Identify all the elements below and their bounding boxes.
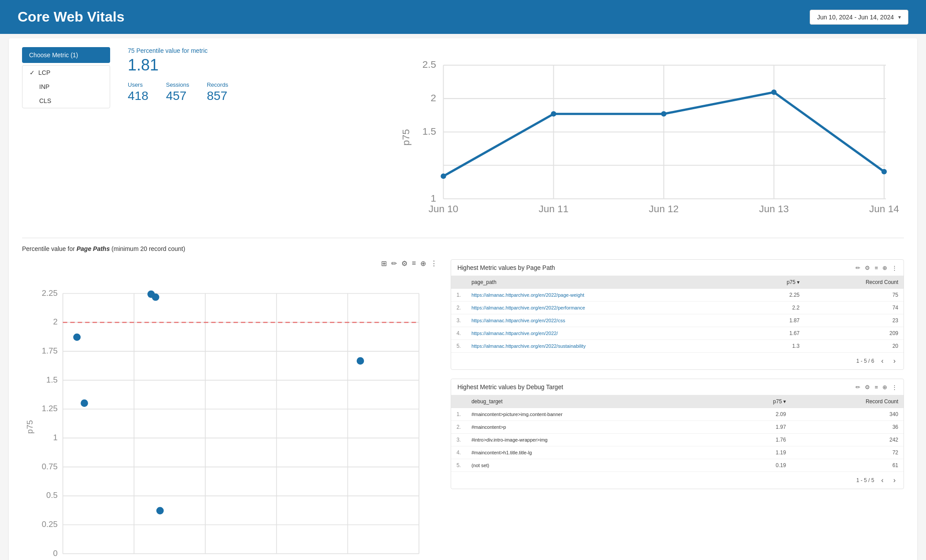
pagination-prev[interactable]: ‹	[878, 356, 886, 366]
row-num: 3.	[451, 434, 466, 446]
section-title-pre: Percentile value for	[22, 245, 77, 252]
svg-text:1.5: 1.5	[46, 375, 58, 384]
svg-text:2: 2	[53, 317, 58, 326]
pagination-prev[interactable]: ‹	[878, 475, 886, 485]
search-icon[interactable]: ⊕	[882, 265, 887, 271]
table-row: 1. https://almanac.httparchive.org/en/20…	[451, 289, 904, 302]
svg-text:2.25: 2.25	[42, 288, 58, 298]
dropdown-arrow-icon: ▾	[898, 14, 901, 20]
data-point	[661, 111, 667, 117]
filter-icon[interactable]: ≡	[874, 265, 878, 271]
row-num: 1.	[451, 408, 466, 421]
users-label: Users	[128, 81, 148, 88]
sliders-icon[interactable]: ⚙	[401, 259, 407, 268]
svg-text:0.75: 0.75	[42, 462, 58, 471]
col-page-path: page_path	[466, 276, 751, 289]
pagination-label: 1 - 5 / 5	[856, 477, 874, 483]
data-point	[771, 89, 777, 95]
scatter-chart: 2.25 2 1.75 1.5 1.25 1 0.75 0.5 0.25 0 p…	[22, 271, 437, 560]
table-header-row: debug_target p75 ▾ Record Count	[451, 395, 904, 408]
pagination-label: 1 - 5 / 6	[856, 358, 874, 364]
section-title: Percentile value for Page Paths (minimum…	[22, 245, 904, 252]
pagination-next[interactable]: ›	[891, 356, 898, 366]
scatter-point	[73, 333, 81, 341]
pencil-icon[interactable]: ✏	[391, 259, 397, 268]
search-icon[interactable]: ⊕	[420, 259, 426, 268]
svg-text:0: 0	[53, 549, 58, 558]
table-row: 5. (not set) 0.19 61	[451, 459, 904, 472]
path-cell: https://almanac.httparchive.org/en/2022/…	[466, 340, 751, 353]
debug-target-table-title: Highest Metric values by Debug Target	[457, 383, 563, 391]
records-stat: Records 857	[207, 81, 228, 103]
scatter-point	[357, 357, 364, 365]
col-num	[451, 395, 466, 408]
row-num: 1.	[451, 289, 466, 302]
select-icon[interactable]: ⊞	[381, 259, 387, 268]
checkmark-icon: ✓	[30, 69, 35, 76]
metric-option-inp[interactable]: INP	[22, 80, 110, 94]
col-debug-target: debug_target	[466, 395, 730, 408]
count-cell: 23	[805, 314, 904, 327]
row-num: 2.	[451, 421, 466, 434]
metric-label-lcp: LCP	[38, 69, 50, 76]
svg-text:Jun 11: Jun 11	[539, 203, 569, 214]
filter-icon[interactable]: ≡	[874, 384, 878, 391]
metric-option-lcp[interactable]: ✓ LCP	[22, 66, 110, 80]
page-paths-table-card: Highest Metric values by Page Path ✏ ⚙ ≡…	[451, 259, 904, 370]
p75-cell: 2.2	[751, 302, 805, 314]
metric-options-list: ✓ LCP INP CLS	[22, 65, 110, 108]
data-point	[551, 111, 556, 117]
more-icon[interactable]: ⋮	[892, 384, 897, 391]
p75-cell: 1.3	[751, 340, 805, 353]
scatter-section: ⊞ ✏ ⚙ ≡ ⊕ ⋮	[22, 259, 437, 560]
row-num: 3.	[451, 314, 466, 327]
pagination-next[interactable]: ›	[891, 475, 898, 485]
section-divider	[22, 238, 904, 238]
svg-text:0.5: 0.5	[46, 490, 58, 500]
svg-text:Jun 13: Jun 13	[759, 203, 789, 214]
table-row: 3. #intro>div.intro-image-wrapper>img 1.…	[451, 434, 904, 446]
page-paths-tbody: 1. https://almanac.httparchive.org/en/20…	[451, 289, 904, 353]
pencil-icon[interactable]: ✏	[856, 384, 860, 391]
svg-text:Jun 12: Jun 12	[649, 203, 679, 214]
sessions-label: Sessions	[166, 81, 189, 88]
sessions-value: 457	[166, 89, 189, 103]
page-paths-table-icons: ✏ ⚙ ≡ ⊕ ⋮	[856, 265, 897, 271]
percentile-label: 75 Percentile value for metric	[128, 47, 381, 54]
table-row: 1. #maincontent>picture>img.content-bann…	[451, 408, 904, 421]
scatter-point	[156, 507, 164, 515]
line-chart: 2.5 2 1.5 1 p75 Jun 10 Jun 11 Jun 12 Jun…	[398, 47, 904, 228]
records-value: 857	[207, 89, 228, 103]
p75-cell: 0.19	[730, 459, 792, 472]
more-icon[interactable]: ⋮	[892, 265, 897, 271]
path-cell: https://almanac.httparchive.org/en/2022/	[466, 327, 751, 340]
metric-label-cls: CLS	[39, 97, 51, 104]
row-num: 2.	[451, 302, 466, 314]
count-cell: 75	[805, 289, 904, 302]
path-cell: https://almanac.httparchive.org/en/2022/…	[466, 302, 751, 314]
table-header-row: page_path p75 ▾ Record Count	[451, 276, 904, 289]
choose-metric-button[interactable]: Choose Metric (1)	[22, 47, 110, 63]
count-cell: 74	[805, 302, 904, 314]
more-icon[interactable]: ⋮	[430, 259, 437, 268]
metric-option-cls[interactable]: CLS	[22, 94, 110, 108]
page-paths-table: page_path p75 ▾ Record Count 1. https://…	[451, 276, 904, 353]
sliders-icon[interactable]: ⚙	[865, 384, 870, 391]
metric-stats: 75 Percentile value for metric 1.81 User…	[128, 47, 381, 229]
main-content: Choose Metric (1) ✓ LCP INP CLS 75 Perce…	[9, 38, 917, 560]
pencil-icon[interactable]: ✏	[856, 265, 860, 271]
sliders-icon[interactable]: ⚙	[865, 265, 870, 271]
svg-text:1: 1	[431, 193, 437, 204]
page-header: Core Web Vitals Jun 10, 2024 - Jun 14, 2…	[0, 0, 926, 34]
search-icon[interactable]: ⊕	[882, 384, 887, 391]
table-row: 4. #maincontent>h1.title.title-lg 1.19 7…	[451, 446, 904, 459]
metric-label-inp: INP	[39, 83, 49, 90]
scatter-point	[81, 399, 88, 407]
filter-icon[interactable]: ≡	[412, 259, 416, 268]
col-p75: p75 ▾	[730, 395, 792, 408]
section-title-em: Page Paths	[77, 245, 110, 252]
date-range-picker[interactable]: Jun 10, 2024 - Jun 14, 2024 ▾	[810, 10, 908, 25]
p75-cell: 1.76	[730, 434, 792, 446]
line-chart-container: 2.5 2 1.5 1 p75 Jun 10 Jun 11 Jun 12 Jun…	[398, 47, 904, 229]
data-point	[882, 169, 887, 174]
